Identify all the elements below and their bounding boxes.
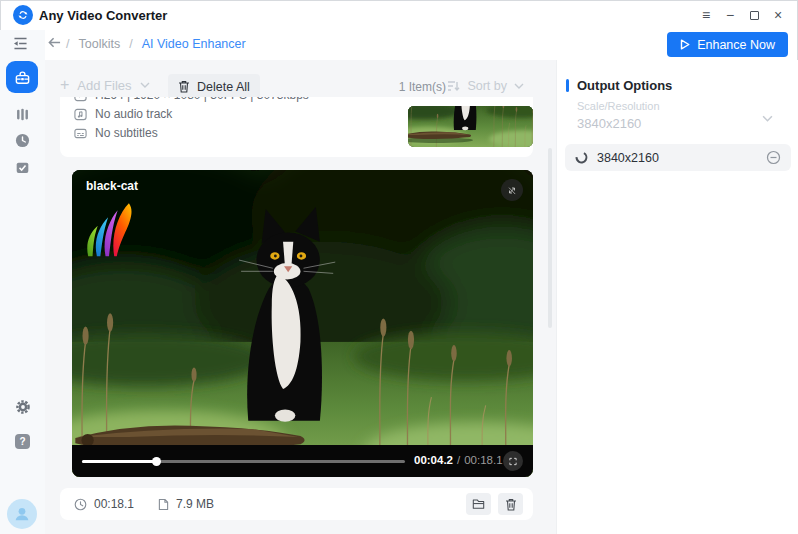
sidebar-item-toolkits[interactable]	[6, 61, 38, 93]
compare-icon	[507, 184, 517, 197]
video-player[interactable]: black-cat	[72, 170, 533, 477]
audio-icon	[74, 108, 87, 121]
check-square-icon	[15, 160, 30, 175]
audio-info-text: No audio track	[95, 107, 172, 121]
subtitles-info-text: No subtitles	[95, 126, 158, 140]
delete-all-button[interactable]: Delete All	[168, 74, 260, 99]
person-icon	[13, 505, 31, 523]
output-options-title: Output Options	[577, 78, 672, 93]
time-separator: /	[457, 454, 460, 466]
sidebar-item-history[interactable]	[14, 132, 31, 149]
player-video-title: black-cat	[86, 179, 138, 193]
player-time: 00:04.2 / 00:18.1	[414, 454, 503, 466]
enhance-now-button[interactable]: Enhance Now	[667, 32, 788, 57]
list-scrollbar[interactable]	[548, 148, 552, 328]
breadcrumb-current: AI Video Enhancer	[142, 37, 246, 51]
remove-file-button[interactable]	[498, 493, 523, 515]
audio-info-row: No audio track	[74, 107, 309, 121]
subtitles-info-row: No subtitles	[74, 126, 309, 140]
player-progress-fill	[82, 460, 156, 463]
avc-watermark-logo	[83, 202, 135, 260]
fullscreen-icon	[509, 456, 517, 467]
compare-toggle-button[interactable]	[501, 179, 523, 201]
window-controls: ≡ − ×	[694, 0, 790, 30]
play-icon	[680, 39, 690, 50]
sort-by-button[interactable]: Sort by	[447, 79, 524, 93]
items-count: 1 Item(s)	[399, 80, 446, 94]
question-icon: ?	[15, 434, 30, 449]
file-duration: 00:18.1	[94, 497, 134, 511]
sidebar-item-settings[interactable]	[14, 398, 31, 415]
remove-resolution-button[interactable]	[766, 150, 781, 165]
toolbox-icon	[14, 69, 31, 86]
sidebar: ?	[0, 30, 45, 534]
breadcrumb-separator: /	[129, 37, 132, 51]
file-icon	[158, 498, 169, 511]
file-list-viewport[interactable]: H264 | 1920 × 1080 | 30FPS | 3073kbps No…	[45, 97, 556, 534]
app-logo-icon	[13, 5, 33, 25]
add-files-label: Add Files	[77, 78, 131, 93]
main-panel: + Add Files Delete All 1 Item(s) Sort by	[45, 60, 556, 534]
menu-icon[interactable]: ≡	[694, 3, 718, 27]
player-total-time: 00:18.1	[464, 454, 502, 466]
scale-resolution-value: 3840x2160	[577, 116, 660, 131]
breadcrumb: / Toolkits / AI Video Enhancer	[66, 33, 246, 55]
maximize-icon[interactable]	[742, 3, 766, 27]
trash-icon	[505, 498, 517, 511]
video-thumbnail[interactable]	[408, 106, 533, 147]
video-frame	[72, 170, 533, 477]
player-progress-thumb[interactable]	[152, 457, 161, 466]
duration-clock-icon	[74, 498, 87, 511]
fullscreen-button[interactable]	[503, 451, 523, 471]
accent-bar	[566, 79, 569, 92]
subtitles-icon	[74, 127, 87, 140]
file-meta-card: 00:18.1 7.9 MB	[60, 488, 533, 520]
output-options-panel: Output Options Scale/Resolution 3840x216…	[556, 60, 798, 534]
open-folder-button[interactable]	[466, 493, 491, 515]
trash-icon	[178, 80, 190, 93]
minus-circle-icon	[766, 150, 781, 165]
plus-icon: +	[60, 77, 69, 93]
close-icon[interactable]: ×	[766, 3, 790, 27]
scale-resolution-dropdown[interactable]: Scale/Resolution 3840x2160	[577, 100, 660, 131]
processing-spinner-icon	[575, 151, 588, 164]
enhance-now-label: Enhance Now	[697, 38, 775, 52]
gear-icon	[15, 399, 31, 415]
output-options-header: Output Options	[566, 78, 672, 93]
player-progress-bar[interactable]	[82, 460, 405, 463]
file-size: 7.9 MB	[176, 497, 214, 511]
app-window: Any Video Converter ≡ − ×	[0, 0, 798, 534]
player-current-time: 00:04.2	[414, 454, 453, 466]
app-title: Any Video Converter	[39, 8, 167, 23]
breadcrumb-separator: /	[66, 37, 69, 51]
chevron-down-icon	[140, 82, 150, 88]
sidebar-item-help[interactable]: ?	[14, 433, 31, 450]
sort-by-label: Sort by	[467, 79, 507, 93]
delete-all-label: Delete All	[197, 80, 250, 94]
player-controls: 00:04.2 / 00:18.1	[72, 445, 533, 477]
user-avatar[interactable]	[7, 499, 37, 529]
clock-icon	[15, 133, 30, 148]
codec-info-text: H264 | 1920 × 1080 | 30FPS | 3073kbps	[95, 97, 309, 102]
library-icon	[15, 107, 30, 122]
chevron-down-icon	[762, 115, 773, 122]
chevron-down-icon	[514, 83, 524, 89]
breadcrumb-toolkits[interactable]: Toolkits	[78, 37, 120, 51]
sort-icon	[447, 80, 460, 92]
add-files-button[interactable]: + Add Files	[60, 77, 150, 93]
sidebar-item-completed[interactable]	[14, 159, 31, 176]
file-info-card: H264 | 1920 × 1080 | 30FPS | 3073kbps No…	[60, 97, 533, 157]
codec-info-row: H264 | 1920 × 1080 | 30FPS | 3073kbps	[74, 97, 309, 102]
video-codec-icon	[74, 97, 87, 102]
folder-icon	[472, 498, 485, 510]
scale-resolution-label: Scale/Resolution	[577, 100, 660, 112]
back-arrow-icon[interactable]	[47, 36, 62, 49]
sidebar-collapse-icon[interactable]	[13, 37, 28, 50]
minimize-icon[interactable]: −	[718, 3, 742, 27]
sidebar-item-library[interactable]	[14, 106, 31, 123]
resolution-list-item: 3840x2160	[565, 144, 791, 171]
resolution-label: 3840x2160	[597, 151, 659, 165]
